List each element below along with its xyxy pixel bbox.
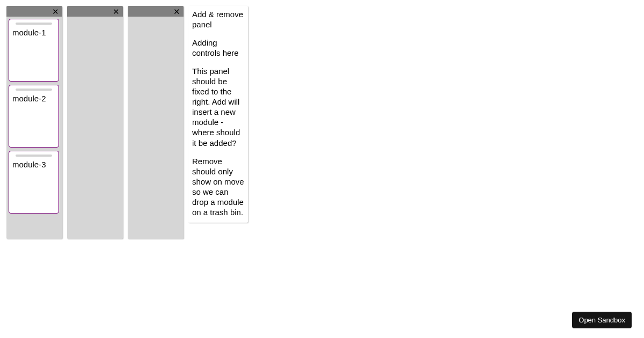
- column-3[interactable]: ✕: [128, 6, 184, 239]
- module-card[interactable]: module-3: [9, 151, 59, 214]
- close-icon[interactable]: ✕: [172, 8, 181, 16]
- module-label: module-3: [12, 160, 55, 170]
- info-text: This panel should be fixed to the right.…: [192, 66, 244, 148]
- module-label: module-2: [12, 94, 55, 104]
- column-body[interactable]: [128, 17, 184, 239]
- close-icon[interactable]: ✕: [112, 8, 121, 16]
- module-card[interactable]: module-2: [9, 85, 59, 148]
- board: ✕ module-1 module-2 module-3 ✕ ✕: [0, 0, 644, 239]
- column-header: ✕: [67, 6, 123, 17]
- module-card[interactable]: module-1: [9, 19, 59, 82]
- column-header: ✕: [6, 6, 62, 17]
- info-heading: Add & remove panel: [192, 9, 244, 30]
- drag-handle-icon[interactable]: [16, 89, 52, 91]
- info-panel: Add & remove panel Adding controls here …: [188, 6, 248, 223]
- column-body[interactable]: module-1 module-2 module-3: [6, 17, 62, 239]
- open-sandbox-button[interactable]: Open Sandbox: [572, 312, 632, 328]
- module-label: module-1: [12, 28, 55, 38]
- info-text: Remove should only show on move so we ca…: [192, 156, 244, 217]
- drag-handle-icon[interactable]: [16, 23, 52, 25]
- column-header: ✕: [128, 6, 184, 17]
- column-body[interactable]: [67, 17, 123, 239]
- info-text: Adding controls here: [192, 38, 244, 58]
- column-2[interactable]: ✕: [67, 6, 123, 239]
- column-1[interactable]: ✕ module-1 module-2 module-3: [6, 6, 62, 239]
- drag-handle-icon[interactable]: [16, 155, 52, 157]
- close-icon[interactable]: ✕: [51, 8, 60, 16]
